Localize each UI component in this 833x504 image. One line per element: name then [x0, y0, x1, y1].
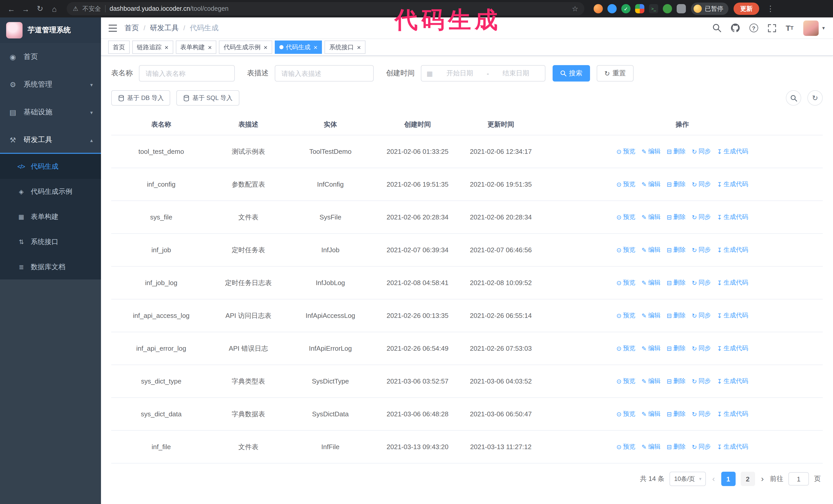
edit-link[interactable]: ✎编辑 [642, 311, 661, 320]
user-avatar[interactable] [803, 20, 819, 35]
generate-link[interactable]: ↧生成代码 [717, 213, 748, 221]
page-button-1[interactable]: 1 [721, 472, 735, 486]
page-size-select[interactable]: 10条/页▾ [669, 472, 706, 486]
sidebar-item-system-api[interactable]: ⇅系统接口 [0, 229, 101, 254]
delete-link[interactable]: ⊟删除 [667, 180, 686, 189]
generate-link[interactable]: ↧生成代码 [717, 180, 748, 189]
delete-link[interactable]: ⊟删除 [667, 246, 686, 254]
help-icon[interactable]: ? [749, 24, 758, 32]
check-extension-icon[interactable]: ✓ [621, 4, 630, 13]
preview-link[interactable]: ⊙预览 [616, 311, 635, 320]
sidebar-item-form-builder[interactable]: ▦表单构建 [0, 204, 101, 229]
sync-link[interactable]: ↻同步 [692, 180, 711, 189]
sidebar-item-home[interactable]: ◉首页 [0, 43, 101, 71]
sidebar-item-system[interactable]: ⚙︎系统管理▾ [0, 71, 101, 98]
drop-extension-icon[interactable] [608, 4, 617, 13]
sync-link[interactable]: ↻同步 [692, 344, 711, 353]
github-icon[interactable] [731, 24, 739, 32]
edit-link[interactable]: ✎编辑 [642, 377, 661, 386]
hamburger-icon[interactable] [108, 24, 117, 31]
reload-icon[interactable]: ↻ [34, 4, 46, 13]
fox-extension-icon[interactable] [594, 4, 603, 13]
delete-link[interactable]: ⊟删除 [667, 147, 686, 156]
generate-link[interactable]: ↧生成代码 [717, 377, 748, 386]
generate-link[interactable]: ↧生成代码 [717, 311, 748, 320]
edit-link[interactable]: ✎编辑 [642, 442, 661, 451]
edit-link[interactable]: ✎编辑 [642, 410, 661, 418]
goto-page-input[interactable] [788, 472, 809, 485]
import-db-button[interactable]: 基于 DB 导入 [111, 90, 170, 105]
app-logo[interactable]: 芋道管理系统 [0, 18, 101, 43]
forward-icon[interactable]: → [20, 4, 32, 13]
browser-update-button[interactable]: 更新 [734, 3, 759, 15]
sync-link[interactable]: ↻同步 [692, 279, 711, 287]
puzzle-extension-icon[interactable] [677, 4, 686, 13]
search-icon[interactable] [712, 24, 721, 32]
close-icon[interactable]: × [208, 44, 212, 50]
delete-link[interactable]: ⊟删除 [667, 213, 686, 221]
edit-link[interactable]: ✎编辑 [642, 344, 661, 353]
sync-link[interactable]: ↻同步 [692, 213, 711, 221]
edit-link[interactable]: ✎编辑 [642, 246, 661, 254]
tab-form-builder[interactable]: 表单构建× [175, 41, 216, 54]
edit-link[interactable]: ✎编辑 [642, 147, 661, 156]
tab-system-api[interactable]: 系统接口× [325, 41, 365, 54]
delete-link[interactable]: ⊟删除 [667, 410, 686, 418]
user-menu-caret-icon[interactable]: ▾ [822, 25, 825, 31]
bookmark-star-icon[interactable]: ☆ [572, 5, 578, 13]
address-bar[interactable]: ⚠︎ 不安全 dashboard.yudao.iocoder.cn/tool/c… [67, 2, 585, 16]
table-desc-input[interactable] [275, 65, 374, 81]
preview-link[interactable]: ⊙预览 [616, 279, 635, 287]
tab-codegen[interactable]: 代码生成× [275, 41, 322, 54]
sidebar-item-infra[interactable]: ▤基础设施▾ [0, 98, 101, 126]
page-button-2[interactable]: 2 [740, 472, 755, 486]
sidebar-item-db-doc[interactable]: ≣数据库文档 [0, 254, 101, 280]
tab-home[interactable]: 首页 [108, 41, 130, 54]
profile-paused-badge[interactable]: 已暂停 [691, 3, 729, 15]
next-page-button[interactable]: › [760, 474, 765, 483]
reset-button[interactable]: ↻ 重置 [597, 65, 634, 81]
edit-link[interactable]: ✎编辑 [642, 213, 661, 221]
generate-link[interactable]: ↧生成代码 [717, 344, 748, 353]
breadcrumb-item[interactable]: 研发工具 [150, 23, 178, 32]
preview-link[interactable]: ⊙预览 [616, 377, 635, 386]
back-icon[interactable]: ← [5, 4, 18, 13]
generate-link[interactable]: ↧生成代码 [717, 147, 748, 156]
close-icon[interactable]: × [263, 44, 267, 50]
delete-link[interactable]: ⊟删除 [667, 311, 686, 320]
sync-link[interactable]: ↻同步 [692, 442, 711, 451]
sync-link[interactable]: ↻同步 [692, 410, 711, 418]
edit-link[interactable]: ✎编辑 [642, 279, 661, 287]
search-button[interactable]: 搜索 [553, 65, 590, 81]
sync-link[interactable]: ↻同步 [692, 147, 711, 156]
close-icon[interactable]: × [314, 44, 317, 50]
create-time-range-picker[interactable]: ▦ 开始日期 - 结束日期 [421, 65, 545, 81]
preview-link[interactable]: ⊙预览 [616, 246, 635, 254]
delete-link[interactable]: ⊟删除 [667, 442, 686, 451]
toggle-search-button[interactable] [786, 90, 801, 105]
terminal-extension-icon[interactable]: >_ [649, 4, 658, 13]
close-icon[interactable]: × [357, 44, 361, 50]
generate-link[interactable]: ↧生成代码 [717, 279, 748, 287]
sync-link[interactable]: ↻同步 [692, 377, 711, 386]
sync-link[interactable]: ↻同步 [692, 246, 711, 254]
prev-page-button[interactable]: ‹ [711, 474, 716, 483]
preview-link[interactable]: ⊙预览 [616, 180, 635, 189]
sidebar-item-devtools[interactable]: ⚒︎研发工具▴ [0, 126, 101, 154]
table-name-input[interactable] [139, 65, 235, 81]
delete-link[interactable]: ⊟删除 [667, 279, 686, 287]
preview-link[interactable]: ⊙预览 [616, 410, 635, 418]
tab-trace[interactable]: 链路追踪× [132, 41, 173, 54]
preview-link[interactable]: ⊙预览 [616, 442, 635, 451]
tab-codegen-example[interactable]: 代码生成示例× [219, 41, 272, 54]
leaf-extension-icon[interactable] [663, 4, 672, 13]
font-size-icon[interactable]: TT [786, 24, 793, 32]
preview-link[interactable]: ⊙预览 [616, 213, 635, 221]
delete-link[interactable]: ⊟删除 [667, 344, 686, 353]
delete-link[interactable]: ⊟删除 [667, 377, 686, 386]
generate-link[interactable]: ↧生成代码 [717, 410, 748, 418]
close-icon[interactable]: × [165, 44, 168, 50]
refresh-button[interactable]: ↻ [807, 90, 823, 105]
generate-link[interactable]: ↧生成代码 [717, 442, 748, 451]
home-icon[interactable]: ⌂ [48, 4, 61, 13]
